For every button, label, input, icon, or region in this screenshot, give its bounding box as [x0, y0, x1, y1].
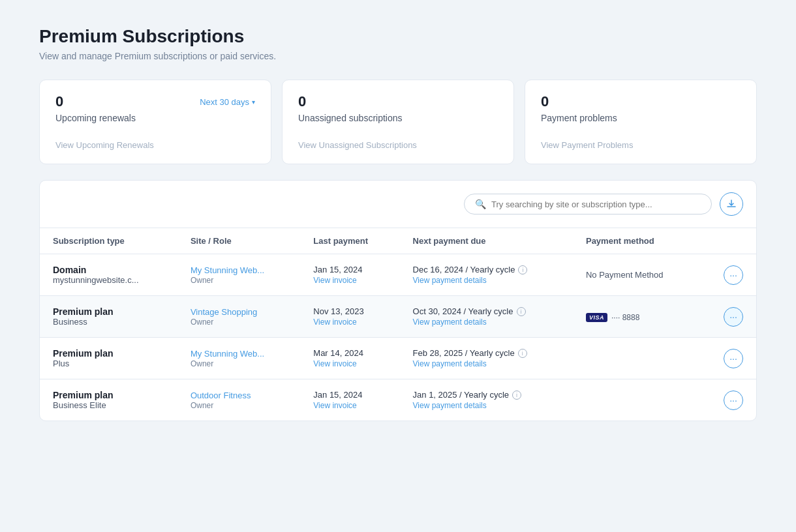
view-upcoming-renewals-link[interactable]: View Upcoming Renewals: [55, 140, 154, 150]
next-payment-text: Oct 30, 2024 / Yearly cycle i: [413, 306, 560, 316]
view-payment-problems-link[interactable]: View Payment Problems: [541, 140, 633, 150]
info-icon[interactable]: i: [518, 265, 527, 274]
info-icon[interactable]: i: [512, 391, 521, 400]
next-payment-cell: Jan 1, 2025 / Yearly cycle i View paymen…: [400, 379, 573, 421]
info-icon[interactable]: i: [517, 307, 526, 316]
info-icon[interactable]: i: [518, 349, 527, 358]
actions-cell: ···: [700, 379, 756, 421]
site-role-cell: Vintage Shopping Owner: [177, 296, 300, 338]
more-options-button[interactable]: ···: [724, 307, 743, 327]
subscription-type-cell: Domain mystunningwebsite.c...: [40, 254, 177, 296]
actions-cell: ···: [700, 254, 756, 296]
subscription-type-main: Premium plan: [53, 348, 164, 359]
search-icon: 🔍: [475, 199, 486, 209]
view-invoice-link[interactable]: View invoice: [313, 359, 386, 368]
subscription-type-sub: Business: [53, 317, 164, 327]
upcoming-renewals-count: 0: [55, 93, 63, 110]
table-row: Premium plan Business Vintage Shopping O…: [40, 296, 756, 338]
col-next-payment: Next payment due: [400, 228, 573, 254]
table-row: Domain mystunningwebsite.c... My Stunnin…: [40, 254, 756, 296]
search-input[interactable]: [491, 200, 701, 209]
next-payment-text: Feb 28, 2025 / Yearly cycle i: [413, 348, 560, 358]
col-site-role: Site / Role: [177, 228, 300, 254]
subscription-type-cell: Premium plan Plus: [40, 338, 177, 379]
col-payment-method: Payment method: [573, 228, 700, 254]
payment-method-cell: [573, 379, 700, 421]
site-role: Owner: [191, 318, 213, 327]
next-payment-cell: Dec 16, 2024 / Yearly cycle i View payme…: [400, 254, 573, 296]
col-actions: [700, 228, 756, 254]
subscription-type-sub: Plus: [53, 359, 164, 368]
action-cell: ···: [713, 307, 743, 327]
action-cell: ···: [713, 391, 743, 410]
next-payment-cell: Oct 30, 2024 / Yearly cycle i View payme…: [400, 296, 573, 338]
more-options-button[interactable]: ···: [724, 391, 743, 410]
site-role: Owner: [191, 401, 213, 410]
site-name-link[interactable]: My Stunning Web...: [191, 265, 287, 275]
subscription-type-main: Premium plan: [53, 306, 164, 317]
payment-problems-card: 0 Payment problems View Payment Problems: [525, 80, 757, 164]
ellipsis-icon: ···: [729, 353, 737, 364]
last-payment-cell: Mar 14, 2024 View invoice: [300, 338, 399, 379]
upcoming-renewals-filter[interactable]: Next 30 days ▾: [200, 97, 255, 107]
upcoming-renewals-label: Upcoming renewals: [55, 113, 255, 123]
view-payment-details-link[interactable]: View payment details: [413, 401, 560, 410]
view-invoice-link[interactable]: View invoice: [313, 276, 386, 285]
site-name-link[interactable]: My Stunning Web...: [191, 349, 287, 359]
next-payment-text: Jan 1, 2025 / Yearly cycle i: [413, 390, 560, 400]
view-payment-details-link[interactable]: View payment details: [413, 318, 560, 327]
next-payment-cell: Feb 28, 2025 / Yearly cycle i View payme…: [400, 338, 573, 379]
subscription-type-cell: Premium plan Business Elite: [40, 379, 177, 421]
site-role: Owner: [191, 359, 213, 368]
last-payment-cell: Nov 13, 2023 View invoice: [300, 296, 399, 338]
upcoming-renewals-card: 0 Next 30 days ▾ Upcoming renewals View …: [39, 80, 271, 164]
site-name-link[interactable]: Vintage Shopping: [191, 307, 287, 317]
action-cell: ···: [713, 349, 743, 368]
payment-method-cell: No Payment Method: [573, 254, 700, 296]
unassigned-subscriptions-card: 0 Unassigned subscriptions View Unassign…: [282, 80, 514, 164]
no-payment-method: No Payment Method: [586, 270, 664, 280]
view-invoice-link[interactable]: View invoice: [313, 318, 386, 327]
last-payment-date: Nov 13, 2023: [313, 306, 386, 316]
subscription-type-main: Domain: [53, 265, 164, 275]
table-row: Premium plan Plus My Stunning Web... Own…: [40, 338, 756, 379]
last-payment-date: Jan 15, 2024: [313, 265, 386, 274]
payment-problems-label: Payment problems: [541, 113, 741, 123]
search-wrapper[interactable]: 🔍: [464, 194, 712, 214]
download-button[interactable]: [720, 192, 743, 216]
next-payment-text: Dec 16, 2024 / Yearly cycle i: [413, 265, 560, 274]
site-role-cell: Outdoor Fitness Owner: [177, 379, 300, 421]
col-last-payment: Last payment: [300, 228, 399, 254]
site-role-cell: My Stunning Web... Owner: [177, 254, 300, 296]
last-payment-date: Mar 14, 2024: [313, 348, 386, 358]
subscription-type-main: Premium plan: [53, 390, 164, 400]
ellipsis-icon: ···: [729, 270, 737, 280]
last-payment-cell: Jan 15, 2024 View invoice: [300, 254, 399, 296]
visa-logo: VISA: [586, 313, 607, 322]
view-invoice-link[interactable]: View invoice: [313, 401, 386, 410]
chevron-down-icon: ▾: [252, 98, 255, 106]
more-options-button[interactable]: ···: [724, 265, 743, 285]
table-row: Premium plan Business Elite Outdoor Fitn…: [40, 379, 756, 421]
more-options-button[interactable]: ···: [724, 349, 743, 368]
view-unassigned-subscriptions-link[interactable]: View Unassigned Subscriptions: [298, 140, 417, 150]
view-payment-details-link[interactable]: View payment details: [413, 359, 560, 368]
unassigned-subscriptions-count: 0: [298, 93, 306, 110]
site-role-cell: My Stunning Web... Owner: [177, 338, 300, 379]
last-payment-date: Jan 15, 2024: [313, 390, 386, 400]
search-bar: 🔍: [40, 181, 756, 228]
actions-cell: ···: [700, 296, 756, 338]
visa-card-number: ···· 8888: [611, 313, 639, 322]
page-title: Premium Subscriptions: [39, 26, 757, 47]
subscription-type-cell: Premium plan Business: [40, 296, 177, 338]
site-role: Owner: [191, 276, 213, 285]
unassigned-subscriptions-label: Unassigned subscriptions: [298, 113, 498, 123]
page-subtitle: View and manage Premium subscriptions or…: [39, 51, 757, 61]
col-subscription-type: Subscription type: [40, 228, 177, 254]
subscription-type-sub: mystunningwebsite.c...: [53, 275, 164, 285]
subscription-type-sub: Business Elite: [53, 400, 164, 410]
main-panel: 🔍 Subscription type Site / Role Last pay…: [39, 180, 757, 421]
view-payment-details-link[interactable]: View payment details: [413, 276, 560, 285]
visa-badge: VISA ···· 8888: [586, 313, 639, 322]
site-name-link[interactable]: Outdoor Fitness: [191, 391, 287, 400]
